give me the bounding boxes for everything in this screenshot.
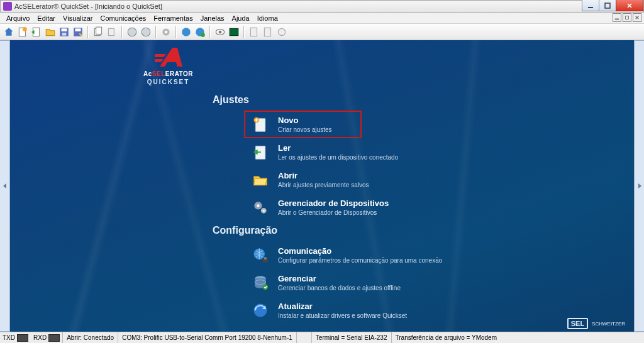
tool-net2-icon[interactable] [194, 26, 206, 38]
item-novo-desc: Criar novos ajustes [278, 126, 332, 133]
item-com-desc: Configurar parâmetros de comunicação par… [278, 257, 442, 264]
svg-rect-14 [108, 28, 114, 35]
menu-janelas[interactable]: Janelas [197, 13, 228, 23]
window-title: AcSELerator® QuickSet - [Iniciando o Qui… [14, 3, 582, 10]
item-ler[interactable]: Ler Ler os ajustes de um dispositivo con… [244, 138, 483, 166]
menu-ferramentas[interactable]: Ferramentas [150, 13, 196, 23]
status-txd: TXD [0, 334, 31, 342]
toolbar-sep [175, 26, 177, 38]
svg-rect-1 [605, 3, 610, 8]
tool-eye-icon[interactable] [214, 26, 226, 38]
svg-rect-2 [615, 19, 619, 20]
svg-rect-3 [626, 16, 629, 19]
tool-new-icon[interactable] [16, 26, 29, 38]
status-transfer: Transferência de arquivo = YModem [391, 332, 501, 343]
item-ger-title: Gerenciador de Dispositivos [278, 199, 389, 208]
svg-point-15 [128, 28, 136, 36]
tool-globe2-icon[interactable] [140, 26, 152, 38]
menu-visualizar[interactable]: Visualizar [59, 13, 97, 23]
tool-net1-icon[interactable] [180, 26, 192, 38]
folder-icon [252, 171, 269, 188]
item-comunicacao[interactable]: Comunicação Configurar parâmetros de com… [244, 241, 483, 269]
menubar: Arquivo Editar Visualizar Comunicações F… [0, 13, 644, 24]
tool-home-icon[interactable] [3, 26, 15, 38]
tool-globe1-icon[interactable] [126, 26, 138, 38]
mdi-restore-icon[interactable] [623, 13, 631, 22]
status-rxd: RXD [31, 334, 62, 342]
tool-doc1-icon[interactable] [248, 26, 260, 38]
tool-copy-icon[interactable] [92, 26, 104, 38]
item-abrir-desc: Abrir ajustes previamente salvos [278, 182, 369, 188]
mdi-controls [613, 13, 641, 22]
toolbar-sep [121, 26, 123, 38]
footer-sub: SCHWEITZER [592, 321, 625, 327]
tool-paste-icon[interactable] [106, 26, 118, 38]
menu-editar[interactable]: Editar [33, 13, 59, 23]
svg-rect-38 [264, 258, 267, 260]
status-connection: Abrir: Conectado [62, 332, 118, 343]
start-panel: Ajustes Novo Criar novos ajustes Ler Ler… [213, 90, 483, 324]
brand-suffix: ERATOR [165, 70, 193, 77]
tool-doc3-icon[interactable] [275, 26, 288, 38]
svg-point-35 [263, 210, 265, 212]
item-novo[interactable]: Novo Criar novos ajustes [244, 111, 362, 138]
tool-open-read-icon[interactable] [30, 26, 43, 38]
svg-rect-11 [75, 28, 81, 31]
menu-comunicacoes[interactable]: Comunicações [97, 13, 150, 23]
gears-icon [252, 199, 269, 216]
update-globe-icon [252, 302, 269, 319]
mdi-close-icon[interactable] [633, 13, 641, 22]
tool-gear1-icon[interactable] [160, 26, 172, 38]
item-gerenciador[interactable]: Gerenciador de Dispositivos Abrir o Gere… [244, 193, 483, 221]
item-man-title: Gerenciar [278, 274, 401, 283]
svg-rect-25 [250, 28, 257, 36]
section-config-title: Configuração [213, 225, 483, 236]
svg-point-5 [23, 27, 27, 31]
read-file-icon [252, 143, 269, 161]
svg-rect-24 [230, 28, 238, 35]
rxd-led-icon [48, 334, 60, 342]
svg-rect-13 [96, 27, 102, 34]
tool-doc2-icon[interactable] [262, 26, 274, 38]
item-gerenciar[interactable]: Gerenciar Gerenciar bancos de dados e aj… [244, 269, 483, 297]
window-root: AcSELerator® QuickSet - [Iniciando o Qui… [0, 0, 644, 343]
tool-terminal-icon[interactable] [228, 26, 240, 38]
svg-rect-0 [588, 7, 593, 8]
brand-sub: QUICKSET [143, 79, 193, 85]
new-file-icon [252, 116, 269, 133]
mdi-minimize-icon[interactable] [613, 13, 621, 22]
scroll-left-button[interactable] [0, 40, 10, 332]
toolbar [0, 24, 644, 40]
product-logo: AcSELERATOR QUICKSET [143, 45, 193, 85]
svg-point-16 [142, 28, 150, 36]
svg-point-41 [263, 285, 269, 290]
svg-point-19 [182, 28, 191, 36]
maximize-button[interactable] [599, 0, 616, 11]
item-upd-title: Atualizar [278, 302, 407, 311]
svg-rect-8 [62, 28, 67, 31]
app-icon [3, 2, 12, 11]
tool-folder-icon[interactable] [44, 26, 57, 38]
svg-point-27 [278, 28, 285, 35]
item-ler-desc: Ler os ajustes de um dispositivo conecta… [278, 154, 398, 161]
item-abrir[interactable]: Abrir Abrir ajustes previamente salvos [244, 166, 483, 193]
txd-led-icon [17, 334, 28, 342]
status-port: COM3: Prolific USB-to-Serial Comm Port 1… [118, 332, 296, 343]
menu-arquivo[interactable]: Arquivo [3, 13, 33, 23]
item-novo-title: Novo [278, 116, 332, 125]
svg-rect-9 [62, 33, 67, 36]
globe-plug-icon [252, 246, 269, 264]
svg-point-23 [219, 30, 222, 33]
tool-saveas-icon[interactable] [72, 26, 84, 38]
footer-logo: SEL SCHWEITZER [567, 318, 625, 329]
menu-idioma[interactable]: Idioma [253, 13, 282, 23]
tool-save-icon[interactable] [58, 26, 70, 38]
close-button[interactable] [616, 0, 643, 11]
titlebar: AcSELerator® QuickSet - [Iniciando o Qui… [0, 0, 644, 13]
database-icon [252, 274, 269, 291]
statusbar: TXD RXD Abrir: Conectado COM3: Prolific … [0, 332, 644, 343]
minimize-button[interactable] [582, 0, 599, 11]
menu-ajuda[interactable]: Ajuda [228, 13, 253, 23]
item-atualizar[interactable]: Atualizar Instalar e atualizar drivers e… [244, 297, 483, 324]
scroll-right-button[interactable] [634, 40, 644, 332]
